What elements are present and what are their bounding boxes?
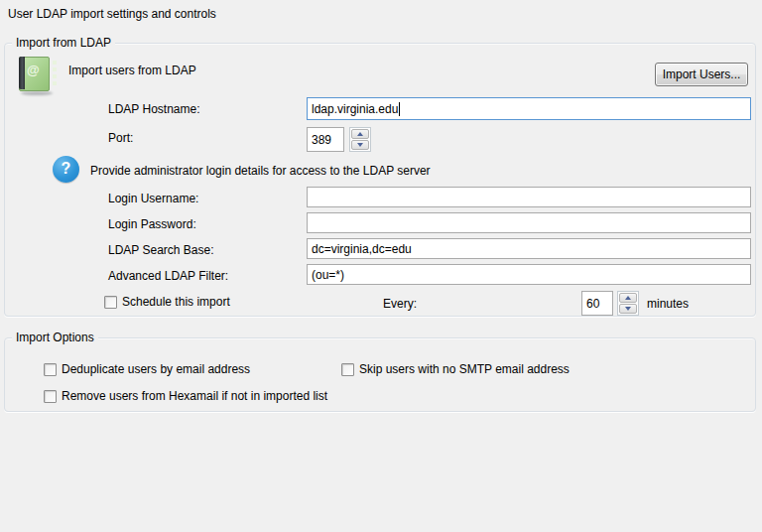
advanced-ldap-filter-input[interactable] [307, 264, 751, 285]
every-label: Every: [383, 297, 417, 311]
minutes-unit-label: minutes [647, 297, 689, 311]
address-book-icon-tabs [53, 61, 57, 86]
at-glyph: @ [27, 64, 40, 77]
text-caret [399, 102, 400, 116]
ldap-search-base-label: LDAP Search Base: [108, 243, 214, 257]
page-title: User LDAP import settings and controls [8, 7, 216, 21]
arrow-up-icon [625, 296, 631, 300]
port-input[interactable] [307, 127, 344, 152]
port-label: Port: [108, 131, 133, 145]
arrow-down-icon [625, 307, 631, 311]
port-spinner-up-button[interactable] [351, 129, 369, 139]
advanced-ldap-filter-label: Advanced LDAP Filter: [108, 269, 228, 283]
help-icon: ? [53, 156, 79, 183]
arrow-down-icon [357, 143, 363, 147]
login-username-input[interactable] [307, 187, 751, 207]
interval-spinner-down-button[interactable] [619, 304, 637, 314]
skip-users-no-smtp-checkbox[interactable] [341, 363, 354, 376]
ldap-search-base-input[interactable] [307, 238, 751, 259]
group-import-options: Import Options Deduplicate users by emai… [4, 337, 756, 412]
remove-users-not-imported-row: Remove users from Hexamail if not in imp… [44, 389, 327, 403]
deduplicate-users-checkbox[interactable] [44, 363, 57, 376]
group-import-from-ldap-label: Import from LDAP [12, 36, 115, 50]
ldap-hostname-input[interactable]: ldap.virginia.edu [307, 97, 751, 120]
interval-minutes-input[interactable] [581, 291, 613, 316]
login-password-input[interactable] [307, 212, 751, 233]
group-import-from-ldap: Import from LDAP @ Import users from LDA… [4, 43, 756, 317]
schedule-import-label: Schedule this import [122, 295, 230, 309]
address-book-icon-spine [19, 57, 25, 89]
login-password-label: Login Password: [108, 217, 196, 231]
port-spinner [349, 127, 371, 152]
schedule-import-checkbox[interactable] [104, 296, 117, 309]
import-users-button[interactable]: Import Users... [655, 63, 748, 86]
import-users-heading: Import users from LDAP [68, 64, 196, 77]
interval-spinner-up-button[interactable] [619, 293, 637, 303]
group-import-options-label: Import Options [12, 331, 98, 344]
address-book-icon-shadow [21, 91, 53, 95]
deduplicate-users-row: Deduplicate users by email address [44, 362, 250, 376]
ldap-settings-panel: User LDAP import settings and controls I… [0, 0, 762, 532]
schedule-import-row: Schedule this import [104, 295, 230, 309]
admin-login-note: Provide administrator login details for … [90, 164, 431, 178]
skip-users-no-smtp-label: Skip users with no SMTP email address [359, 362, 570, 376]
ldap-hostname-value: ldap.virginia.edu [312, 102, 398, 116]
remove-users-not-imported-checkbox[interactable] [44, 390, 57, 403]
deduplicate-users-label: Deduplicate users by email address [62, 362, 250, 376]
arrow-up-icon [357, 132, 363, 136]
address-book-icon: @ [18, 56, 54, 95]
login-username-label: Login Username: [108, 192, 198, 205]
port-spinner-down-button[interactable] [351, 140, 369, 150]
interval-spinner [617, 291, 639, 316]
skip-users-no-smtp-row: Skip users with no SMTP email address [341, 362, 570, 376]
ldap-hostname-label: LDAP Hostname: [108, 102, 200, 116]
remove-users-not-imported-label: Remove users from Hexamail if not in imp… [62, 389, 327, 403]
